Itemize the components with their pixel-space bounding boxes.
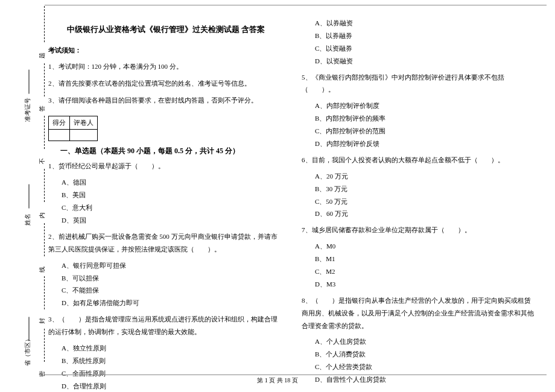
q3-opt-a: A、独立性原则	[62, 342, 284, 355]
section-1-title: 一、单选题（本题共 90 小题，每题 0.5 分，共计 45 分）	[60, 146, 239, 156]
seal-line-6	[44, 63, 45, 96]
seal-char-3: 线	[38, 267, 46, 273]
q7-opt-a: A、M0	[315, 240, 537, 253]
content-columns: 中级银行从业资格考试《银行管理》过关检测试题 含答案 考试须知： 1、考试时间：…	[48, 12, 537, 392]
q3-text: 3、（ ）是指合规管理应当运用系统观点进行系统的设计和组织，构建合理的运行体制，…	[48, 313, 284, 338]
seal-char-4: 内	[38, 212, 46, 218]
notice-1: 1、考试时间：120 分钟，本卷满分为 100 分。	[48, 61, 284, 73]
q5-opt-c: C、内部控制评价的范围	[315, 125, 537, 138]
q3-opt-b: B、系统性原则	[62, 355, 284, 367]
exam-page: 省（市区） 姓名 准考证号 密 封 线 内 不 答 题 中级银行从业资格考试《银…	[0, 0, 555, 392]
q1-opt-c: C、意大利	[62, 201, 284, 214]
seal-line-4	[44, 169, 45, 202]
seal-line-5	[44, 116, 45, 149]
right-column: A、以券融资 B、以券融券 C、以资融券 D、以资融资 5、《商业银行内部控制指…	[302, 12, 537, 392]
grader-blank	[70, 130, 98, 141]
score-row: 得分 评卷人 一、单选题（本题共 90 小题，每题 0.5 分，共计 45 分）	[48, 111, 284, 156]
q8-opt-c: C、个人经营类贷款	[315, 361, 537, 373]
q7-opt-c: C、M2	[315, 265, 537, 278]
q7-opt-d: D、M3	[315, 278, 537, 291]
seal-line-1	[44, 329, 45, 362]
side-name-blank	[29, 185, 30, 209]
side-ticket-blank	[29, 70, 30, 94]
seal-line-3	[44, 223, 45, 256]
q6-opt-c: C、50 万元	[315, 195, 537, 208]
score-blank	[49, 130, 70, 141]
q5-opt-d: D、内部控制评价反馈	[315, 138, 537, 150]
q7-text: 7、城乡居民储蓄存款和企业单位定期存款属于（ ）。	[302, 224, 537, 236]
q2-opt-c: C、不能担保	[62, 284, 284, 297]
q1-text: 1、货币经纪公司最早起源于（ ）。	[48, 160, 284, 172]
side-region-label: 省（市区）	[24, 336, 32, 366]
score-table: 得分 评卷人	[48, 116, 98, 141]
side-region-blank	[29, 317, 30, 341]
page-footer: 第 1 页 共 18 页	[0, 376, 555, 385]
exam-title: 中级银行从业资格考试《银行管理》过关检测试题 含答案	[48, 24, 284, 35]
side-ticket-label: 准考证号	[24, 98, 32, 122]
q6-opt-a: A、20 万元	[315, 170, 537, 183]
q1-opt-d: D、英国	[62, 214, 284, 227]
score-label: 得分	[49, 116, 70, 130]
q5-opt-b: B、内部控制评价的频率	[315, 112, 537, 125]
seal-line-7	[44, 6, 45, 42]
left-column: 中级银行从业资格考试《银行管理》过关检测试题 含答案 考试须知： 1、考试时间：…	[48, 12, 284, 392]
q5-text: 5、《商业银行内部控制指引》中对内部控制评价进行具体要求不包括（ ）。	[302, 71, 537, 96]
q4-opt-a: A、以券融资	[315, 17, 537, 30]
q4-opt-d: D、以资融资	[315, 55, 537, 68]
side-binding-area: 省（市区） 姓名 准考证号 密 封 线 内 不 答 题	[11, 0, 41, 374]
q2-opt-d: D、如有足够清偿能力即可	[62, 297, 284, 309]
side-name-label: 姓名	[24, 213, 32, 226]
seal-char-5: 不	[38, 158, 46, 164]
notice-2: 2、请首先按要求在试卷的指定位置填写您的姓名、准考证号等信息。	[48, 78, 284, 90]
q2-text: 2、前进机械厂购买一批设备急需资金 500 万元向甲商业银行申请贷款，并请市第三…	[48, 230, 284, 256]
seal-char-2: 封	[38, 318, 46, 324]
q1-opt-b: B、美国	[62, 189, 284, 201]
q5-opt-a: A、内部控制评价制度	[315, 100, 537, 112]
seal-char-6: 答	[38, 106, 46, 112]
q6-opt-b: B、30 万元	[315, 183, 537, 195]
q2-opt-a: A、银行同意即可担保	[62, 259, 284, 272]
q7-opt-b: B、M1	[315, 253, 537, 265]
q2-opt-b: B、可以担保	[62, 272, 284, 285]
seal-char-7: 题	[38, 52, 46, 58]
q6-text: 6、目前，我国个人投资者认购的大额存单起点金额不低于（ ）。	[302, 154, 537, 166]
q4-opt-b: B、以券融券	[315, 30, 537, 42]
q1-opt-a: A、德国	[62, 176, 284, 189]
q8-text: 8、（ ）是指银行向从事合法生产经营的个人发放的，用于定向购买或租赁商用房、机械…	[302, 294, 537, 332]
q6-opt-d: D、60 万元	[315, 207, 537, 220]
q8-opt-a: A、个人住房贷款	[315, 335, 537, 348]
notice-3: 3、请仔细阅读各种题目的回答要求，在密封线内答题，否则不予评分。	[48, 95, 284, 107]
q9-text: 9、商业银行发行金融债券应具备的条件之一是：核心资本充足率不低于（ ）。	[302, 390, 537, 392]
grader-label: 评卷人	[70, 116, 98, 130]
q8-opt-b: B、个人消费贷款	[315, 348, 537, 361]
seal-line-2	[44, 276, 45, 309]
notice-head: 考试须知：	[48, 46, 284, 55]
q4-opt-c: C、以资融券	[315, 42, 537, 55]
